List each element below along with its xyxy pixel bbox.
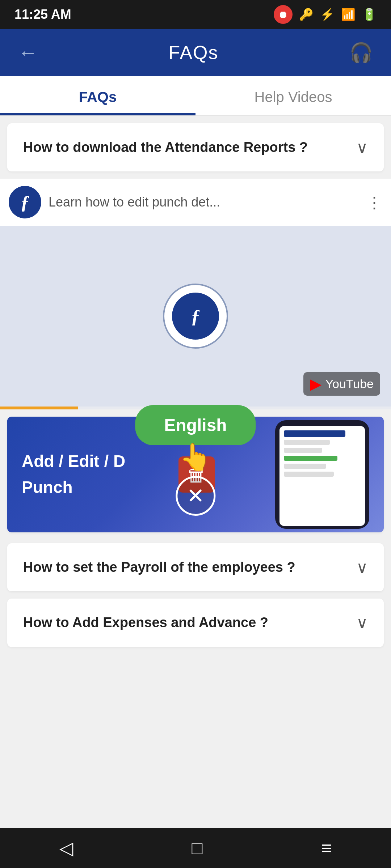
app-header: ← FAQs 🎧 (0, 29, 391, 76)
youtube-badge: ▶ YouTube (303, 372, 380, 396)
video-thumbnail-title-line2: Punch (22, 477, 125, 498)
bottom-navigation: ◁ □ ≡ (0, 828, 391, 868)
content-area: How to download the Attendance Reports ?… (0, 123, 391, 647)
chevron-down-icon-3: ∨ (356, 613, 368, 632)
faq-payroll[interactable]: How to set the Payroll of the employees … (7, 543, 384, 591)
record-icon: ⏺ (274, 5, 293, 24)
youtube-icon: ▶ (310, 375, 321, 393)
video-title: Learn how to edit punch det... (49, 195, 359, 210)
faq-expenses-text: How to Add Expenses and Advance ? (23, 613, 349, 632)
home-nav-icon[interactable]: □ (192, 838, 202, 859)
tab-faqs[interactable]: FAQs (0, 76, 196, 115)
status-bar: 11:25 AM ⏺ 🔑 ⚡ 📶 🔋 (0, 0, 391, 29)
faq-question-text: How to download the Attendance Reports ? (23, 138, 349, 157)
wifi-icon: 📶 (341, 8, 356, 21)
faq-attendance-reports[interactable]: How to download the Attendance Reports ?… (7, 123, 384, 171)
status-icons: ⏺ 🔑 ⚡ 📶 🔋 (274, 5, 377, 24)
faq-expenses[interactable]: How to Add Expenses and Advance ? ∨ (7, 599, 384, 647)
screen-bar-4 (284, 456, 337, 461)
menu-nav-icon[interactable]: ≡ (321, 838, 332, 859)
video-thumbnail-title-line1: Add / Edit / D (22, 451, 125, 472)
play-button-circle[interactable]: ƒ (163, 284, 228, 349)
headphone-icon[interactable]: 🎧 (349, 42, 373, 64)
tab-bar: FAQs Help Videos (0, 76, 391, 116)
video-player-container: ƒ Learn how to edit punch det... ⋮ ƒ ▶ Y… (0, 179, 391, 409)
screen-bar-2 (284, 440, 330, 445)
screen-bar-5 (284, 464, 326, 469)
battery-icon: 🔋 (362, 8, 377, 21)
phone-mockup (275, 420, 369, 529)
screen-bar-3 (284, 448, 322, 453)
phone-screen-content (279, 426, 365, 481)
status-time: 11:25 AM (14, 7, 71, 22)
back-button[interactable]: ← (18, 41, 38, 64)
channel-logo: ƒ (9, 186, 41, 218)
chevron-down-icon-2: ∨ (356, 558, 368, 576)
video-play-area[interactable]: ƒ ▶ YouTube (0, 226, 391, 407)
screen-bar-1 (284, 430, 345, 437)
video-menu-icon[interactable]: ⋮ (366, 193, 382, 212)
close-icon: ✕ (187, 484, 205, 508)
key-icon: 🔑 (299, 8, 314, 21)
channel-logo-letter: ƒ (20, 192, 30, 213)
video-progress-bar (0, 407, 78, 409)
faq-payroll-text: How to set the Payroll of the employees … (23, 558, 349, 577)
video-header: ƒ Learn how to edit punch det... ⋮ (0, 179, 391, 226)
youtube-label: YouTube (325, 377, 374, 391)
english-language-popup: English 👆 ✕ (135, 405, 256, 516)
back-nav-icon[interactable]: ◁ (59, 838, 73, 859)
phone-screen (279, 426, 365, 526)
page-title: FAQs (168, 42, 218, 63)
chevron-down-icon: ∨ (356, 138, 368, 157)
english-button[interactable]: English (135, 405, 256, 445)
bluetooth-icon: ⚡ (320, 8, 335, 21)
tab-help-videos[interactable]: Help Videos (196, 76, 391, 115)
screen-bar-6 (284, 472, 334, 477)
close-popup-button[interactable]: ✕ (176, 476, 215, 516)
play-logo: ƒ (172, 293, 219, 340)
cursor-hand-icon: 👆 (179, 442, 212, 472)
